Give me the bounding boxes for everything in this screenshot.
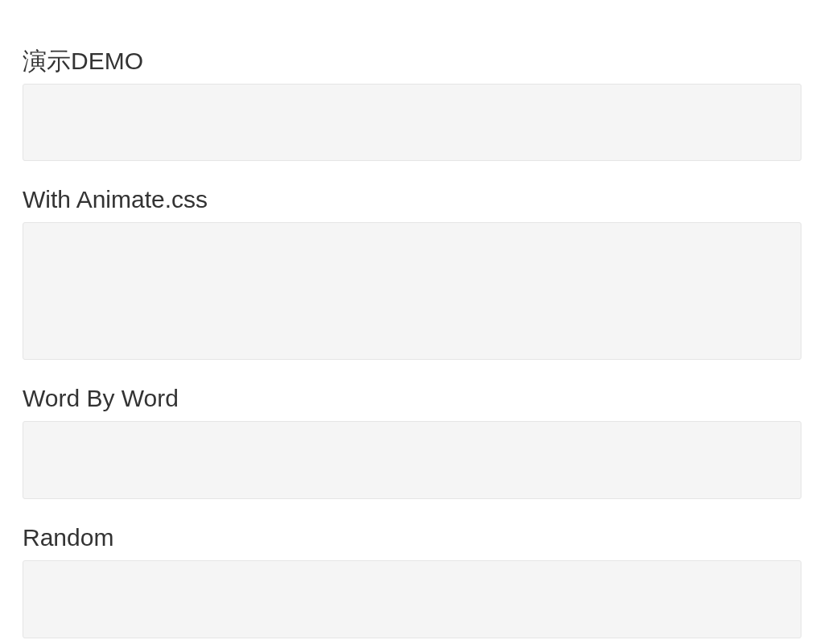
section-demo: 演示DEMO — [23, 23, 801, 161]
section-animate-css: With Animate.css — [23, 161, 801, 360]
demo-panel-1 — [23, 84, 801, 161]
heading-word-by-word: Word By Word — [23, 360, 801, 421]
heading-random: Random — [23, 499, 801, 560]
demo-panel-3 — [23, 421, 801, 499]
demo-panel-2 — [23, 222, 801, 360]
heading-animate-css: With Animate.css — [23, 161, 801, 222]
section-random: Random — [23, 499, 801, 638]
demo-panel-4 — [23, 560, 801, 638]
section-word-by-word: Word By Word — [23, 360, 801, 499]
heading-demo: 演示DEMO — [23, 23, 801, 84]
